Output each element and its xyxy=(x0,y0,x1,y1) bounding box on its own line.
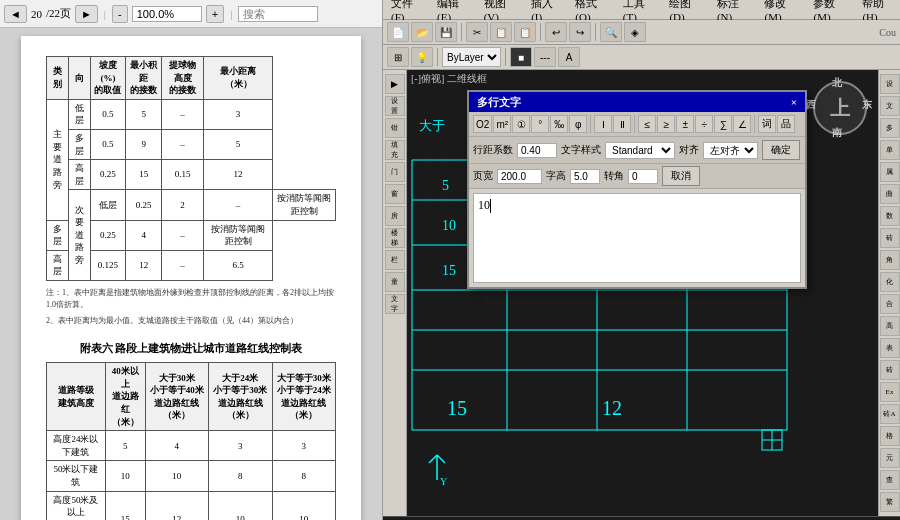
layer-select[interactable]: ByLayer xyxy=(442,47,501,67)
copy-button[interactable]: 📋 xyxy=(490,22,512,42)
color-button[interactable]: ■ xyxy=(510,47,532,67)
paste-button[interactable]: 📋 xyxy=(514,22,536,42)
right-tool-1[interactable]: 设 xyxy=(880,74,900,94)
right-tool-11[interactable]: 合 xyxy=(880,294,900,314)
nav-next-button[interactable]: ► xyxy=(75,5,98,23)
mtext-ok-button[interactable]: 确定 xyxy=(762,140,800,160)
lineweight-button[interactable]: A xyxy=(558,47,580,67)
zoom-in-button[interactable]: + xyxy=(206,5,224,23)
right-tool-6[interactable]: 曲 xyxy=(880,184,900,204)
right-tool-13[interactable]: 表 xyxy=(880,338,900,358)
mtext-editor[interactable]: 10 xyxy=(473,193,801,283)
mtext-dialog-title[interactable]: 多行文字 × xyxy=(469,92,805,112)
document-viewer: ◄ 20 /22页 ► | - + | 类别 向 坡度(%)的取值 最小积距的接… xyxy=(0,0,383,520)
doc-toolbar: ◄ 20 /22页 ► | - + | xyxy=(0,0,382,28)
right-tool-7[interactable]: 数 xyxy=(880,206,900,226)
document-page: 类别 向 坡度(%)的取值 最小积距的接数 提球物高度的接数 最小距离（米） 主… xyxy=(21,36,361,520)
right-tool-5[interactable]: 属 xyxy=(880,162,900,182)
cad-viewport[interactable]: [-]俯视] 二维线框 上 北 南 东 西 xyxy=(407,70,878,516)
style-select[interactable]: Standard xyxy=(605,142,675,159)
pagewidth-input[interactable] xyxy=(497,169,542,184)
open-button[interactable]: 📂 xyxy=(411,22,433,42)
mtext-pm-button[interactable]: ± xyxy=(676,115,694,133)
circle-tool[interactable]: 填充 xyxy=(385,140,405,160)
right-tool-18[interactable]: 元 xyxy=(880,448,900,468)
right-tool-8[interactable]: 砖 xyxy=(880,228,900,248)
mtext-circle1-button[interactable]: ① xyxy=(512,115,530,133)
trim-tool[interactable]: 文字 xyxy=(385,294,405,314)
mtext-div-button[interactable]: ÷ xyxy=(695,115,713,133)
linespace-input[interactable] xyxy=(517,143,557,158)
zoom-button[interactable]: 🔍 xyxy=(600,22,622,42)
compass-widget: 上 北 南 东 西 xyxy=(810,78,870,138)
nav-prev-button[interactable]: ◄ xyxy=(4,5,27,23)
mtext-I-button[interactable]: Ⅰ xyxy=(594,115,612,133)
mtext-sum-button[interactable]: ∑ xyxy=(714,115,732,133)
select-tool[interactable]: ▶ xyxy=(385,74,405,94)
rotation-input[interactable] xyxy=(628,169,658,184)
zoom-input[interactable] xyxy=(132,6,202,22)
redo-button[interactable]: ↪ xyxy=(569,22,591,42)
cad-toolbar-layer: ⊞ 💡 ByLayer ■ --- A xyxy=(383,45,900,70)
charheight-input[interactable] xyxy=(570,169,600,184)
block-tool[interactable]: 栏 xyxy=(385,250,405,270)
viewport-label: [-]俯视] 二维线框 xyxy=(411,72,487,86)
toolbar-sep-1 xyxy=(461,23,462,41)
layer-toggle-button[interactable]: 💡 xyxy=(411,47,433,67)
mtext-II-button[interactable]: Ⅱ xyxy=(613,115,631,133)
right-tool-16[interactable]: 砖A xyxy=(880,404,900,424)
save-button[interactable]: 💾 xyxy=(435,22,457,42)
mtext-angle-button[interactable]: ∠ xyxy=(733,115,751,133)
right-tool-9[interactable]: 角 xyxy=(880,250,900,270)
dim-tool[interactable]: 楼梯 xyxy=(385,228,405,248)
td-multi2: 多层 xyxy=(47,220,69,250)
search-input[interactable] xyxy=(238,6,318,22)
mtext-phi-button[interactable]: φ xyxy=(569,115,587,133)
zoom-out-button[interactable]: - xyxy=(112,5,128,23)
insert-tool[interactable]: 童 xyxy=(385,272,405,292)
table1-note2: 2、表中距离均为最小值。支城道路按主干路取值（见（44）第以内合） xyxy=(46,315,336,327)
mtext-o2-button[interactable]: O2 xyxy=(473,115,492,133)
align-select[interactable]: 左对齐 xyxy=(703,142,758,159)
svg-text:5: 5 xyxy=(442,178,449,193)
text-tool[interactable]: 窗 xyxy=(385,184,405,204)
compass-north: 北 xyxy=(832,76,842,90)
mtext-geq-button[interactable]: ≥ xyxy=(657,115,675,133)
right-tool-14[interactable]: 砖 xyxy=(880,360,900,380)
mtext-permille-button[interactable]: ‰ xyxy=(550,115,568,133)
td-v23: – xyxy=(162,250,204,280)
mtext-close-button[interactable]: × xyxy=(791,96,797,108)
undo-button[interactable]: ↩ xyxy=(545,22,567,42)
view3d-button[interactable]: ◈ xyxy=(624,22,646,42)
mtext-degree-button[interactable]: ° xyxy=(531,115,549,133)
mtext-spell-button[interactable]: 品 xyxy=(777,115,795,133)
mtext-leq-button[interactable]: ≤ xyxy=(638,115,656,133)
polyline-tool[interactable]: 钳 xyxy=(385,118,405,138)
th-hmax: 提球物高度的接数 xyxy=(162,57,204,100)
arc-tool[interactable]: 门 xyxy=(385,162,405,182)
right-tool-20[interactable]: 繁 xyxy=(880,492,900,512)
right-tool-17[interactable]: 格 xyxy=(880,426,900,446)
line-tool[interactable]: 设置 xyxy=(385,96,405,116)
td-v19: – xyxy=(162,220,204,250)
right-tool-10[interactable]: 化 xyxy=(880,272,900,292)
th-type: 类别 xyxy=(47,57,69,100)
right-tool-3[interactable]: 多 xyxy=(880,118,900,138)
td-v5: 0.5 xyxy=(90,129,126,159)
td-v9: 0.25 xyxy=(90,160,126,190)
right-tool-2[interactable]: 文 xyxy=(880,96,900,116)
right-tool-19[interactable]: 查 xyxy=(880,470,900,490)
hatch-tool[interactable]: 房 xyxy=(385,206,405,226)
td-r3c3: 10 xyxy=(209,491,272,520)
new-button[interactable]: 📄 xyxy=(387,22,409,42)
right-tool-12[interactable]: 高 xyxy=(880,316,900,336)
right-tool-15[interactable]: Ex xyxy=(880,382,900,402)
cut-button[interactable]: ✂ xyxy=(466,22,488,42)
mtext-cancel-button[interactable]: 取消 xyxy=(662,166,700,186)
cad-coord-display: Cou xyxy=(879,27,896,38)
layer-manage-button[interactable]: ⊞ xyxy=(387,47,409,67)
mtext-m2-button[interactable]: m² xyxy=(493,115,511,133)
mtext-word-button[interactable]: 词 xyxy=(758,115,776,133)
linetype-button[interactable]: --- xyxy=(534,47,556,67)
right-tool-4[interactable]: 单 xyxy=(880,140,900,160)
